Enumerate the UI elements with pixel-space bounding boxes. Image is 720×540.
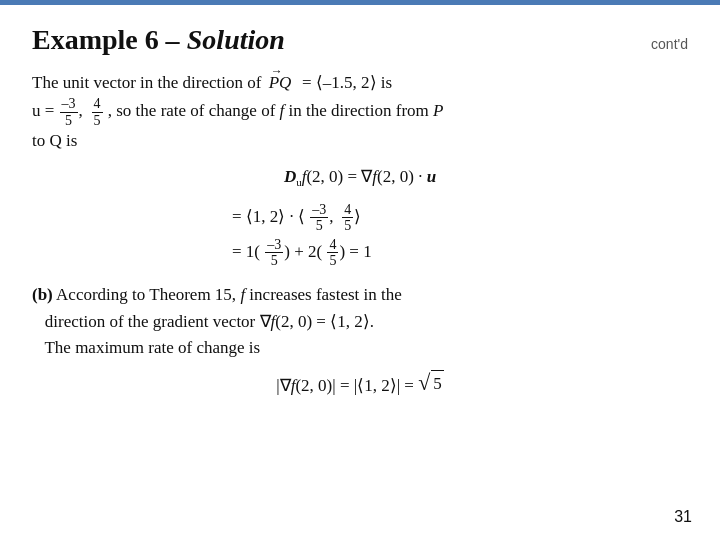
para1-intro: The unit vector in the direction of xyxy=(32,73,261,92)
para1-to-q: to Q is xyxy=(32,131,77,150)
paragraph-1: The unit vector in the direction of PQ →… xyxy=(32,70,688,154)
para1-frac2: 4 5 xyxy=(91,96,104,128)
math-line-2: = ⟨1, 2⟩ · ⟨ –3 5 , 4 5 ⟩ xyxy=(32,202,688,234)
para1-eq: = ⟨–1.5, 2⟩ is xyxy=(299,73,393,92)
sqrt-value: 5 xyxy=(431,370,444,397)
frac-4-5-line3: 4 5 xyxy=(327,237,338,269)
page: Example 6 – Solution cont'd The unit vec… xyxy=(0,0,720,540)
frac-neg3-5-line2: –3 5 xyxy=(310,202,328,234)
sqrt-5: √ 5 xyxy=(418,370,444,397)
section-b-text3: direction of the gradient vector ∇f(2, 0… xyxy=(45,312,374,331)
frac-neg3-5-line3: –3 5 xyxy=(265,237,283,269)
main-content: The unit vector in the direction of PQ →… xyxy=(32,70,688,399)
para1-rest: , so the rate of change of f in the dire… xyxy=(108,101,444,120)
section-b: (b) According to Theorem 15, f increases… xyxy=(32,282,688,398)
frac-3-5: –3 5 xyxy=(60,96,78,128)
section-b-text1: According to Theorem 15, xyxy=(56,285,240,304)
top-border xyxy=(0,0,720,5)
para1-frac1: –3 5 xyxy=(59,96,79,128)
title-example: Example 6 xyxy=(32,24,159,55)
section-b-text2: increases fastest in the xyxy=(245,285,402,304)
contd-label: cont'd xyxy=(651,36,688,52)
math-line-3: = 1( –3 5 ) + 2( 4 5 ) = 1 xyxy=(32,237,688,269)
section-b-label: (b) xyxy=(32,285,53,304)
frac-4-5: 4 5 xyxy=(92,96,103,128)
page-title: Example 6 – Solution xyxy=(32,24,285,56)
header-row: Example 6 – Solution cont'd xyxy=(32,18,688,56)
duf-main: Duf(2, 0) = ∇f(2, 0) · u xyxy=(284,167,436,186)
frac-4-5-line2: 4 5 xyxy=(342,202,353,234)
pq-vector: PQ → xyxy=(269,70,292,96)
section-b-para1: (b) According to Theorem 15, f increases… xyxy=(32,282,688,361)
duf-equation: Duf(2, 0) = ∇f(2, 0) · u xyxy=(32,164,688,191)
norm-equation: |∇f(2, 0)| = |⟨1, 2⟩| = √ 5 xyxy=(32,370,688,399)
page-number: 31 xyxy=(674,508,692,526)
section-b-text4: The maximum rate of change is xyxy=(44,338,260,357)
para1-u-label: u = xyxy=(32,101,59,120)
